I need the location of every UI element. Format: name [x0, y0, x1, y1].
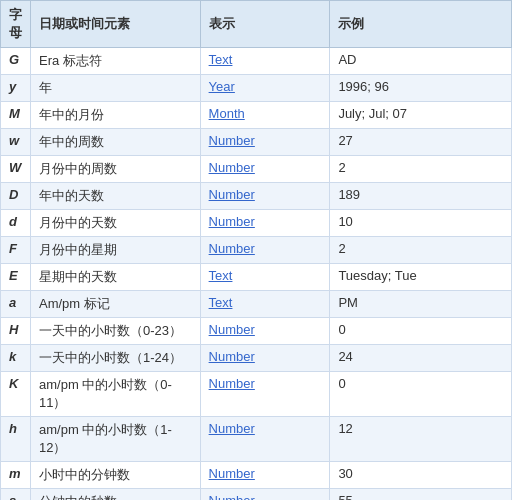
- cell-desc: 月份中的星期: [31, 237, 201, 264]
- type-link[interactable]: Year: [209, 79, 235, 94]
- cell-desc: am/pm 中的小时数（0-11）: [31, 372, 201, 417]
- cell-type[interactable]: Number: [200, 345, 330, 372]
- cell-char: D: [1, 183, 31, 210]
- cell-example: 0: [330, 372, 512, 417]
- table-row: F月份中的星期Number2: [1, 237, 512, 264]
- cell-example: PM: [330, 291, 512, 318]
- cell-desc: am/pm 中的小时数（1-12）: [31, 417, 201, 462]
- cell-type[interactable]: Number: [200, 210, 330, 237]
- cell-example: 1996; 96: [330, 75, 512, 102]
- type-link[interactable]: Text: [209, 268, 233, 283]
- cell-example: 30: [330, 462, 512, 489]
- type-link[interactable]: Number: [209, 349, 255, 364]
- cell-type[interactable]: Text: [200, 291, 330, 318]
- table-row: E星期中的天数TextTuesday; Tue: [1, 264, 512, 291]
- header-char: 字母: [1, 1, 31, 48]
- cell-example: 189: [330, 183, 512, 210]
- type-link[interactable]: Number: [209, 241, 255, 256]
- cell-char: h: [1, 417, 31, 462]
- cell-type[interactable]: Number: [200, 417, 330, 462]
- table-row: GEra 标志符TextAD: [1, 48, 512, 75]
- cell-desc: 年: [31, 75, 201, 102]
- type-link[interactable]: Number: [209, 493, 255, 500]
- type-link[interactable]: Number: [209, 376, 255, 391]
- table-row: ham/pm 中的小时数（1-12）Number12: [1, 417, 512, 462]
- cell-type[interactable]: Text: [200, 264, 330, 291]
- cell-example: July; Jul; 07: [330, 102, 512, 129]
- cell-char: M: [1, 102, 31, 129]
- table-row: aAm/pm 标记TextPM: [1, 291, 512, 318]
- table-row: H一天中的小时数（0-23）Number0: [1, 318, 512, 345]
- table-row: k一天中的小时数（1-24）Number24: [1, 345, 512, 372]
- cell-char: w: [1, 129, 31, 156]
- table-row: M年中的月份MonthJuly; Jul; 07: [1, 102, 512, 129]
- cell-char: a: [1, 291, 31, 318]
- cell-type[interactable]: Number: [200, 183, 330, 210]
- type-link[interactable]: Number: [209, 322, 255, 337]
- datetime-table: 字母 日期或时间元素 表示 示例 GEra 标志符TextADy年Year199…: [0, 0, 512, 500]
- type-link[interactable]: Number: [209, 187, 255, 202]
- cell-type[interactable]: Month: [200, 102, 330, 129]
- cell-example: 27: [330, 129, 512, 156]
- header-type: 表示: [200, 1, 330, 48]
- cell-desc: 年中的月份: [31, 102, 201, 129]
- cell-example: 2: [330, 156, 512, 183]
- type-link[interactable]: Month: [209, 106, 245, 121]
- cell-desc: 分钟中的秒数: [31, 489, 201, 501]
- type-link[interactable]: Number: [209, 421, 255, 436]
- cell-desc: Am/pm 标记: [31, 291, 201, 318]
- cell-type[interactable]: Number: [200, 237, 330, 264]
- type-link[interactable]: Number: [209, 133, 255, 148]
- type-link[interactable]: Number: [209, 214, 255, 229]
- header-desc: 日期或时间元素: [31, 1, 201, 48]
- cell-example: 24: [330, 345, 512, 372]
- cell-type[interactable]: Number: [200, 156, 330, 183]
- cell-char: W: [1, 156, 31, 183]
- type-link[interactable]: Text: [209, 295, 233, 310]
- cell-type[interactable]: Number: [200, 129, 330, 156]
- table-row: D年中的天数Number189: [1, 183, 512, 210]
- cell-desc: 小时中的分钟数: [31, 462, 201, 489]
- table-header: 字母 日期或时间元素 表示 示例: [1, 1, 512, 48]
- type-link[interactable]: Number: [209, 466, 255, 481]
- cell-example: Tuesday; Tue: [330, 264, 512, 291]
- cell-desc: Era 标志符: [31, 48, 201, 75]
- cell-type[interactable]: Number: [200, 489, 330, 501]
- table-row: m小时中的分钟数Number30: [1, 462, 512, 489]
- cell-desc: 年中的周数: [31, 129, 201, 156]
- cell-example: 2: [330, 237, 512, 264]
- cell-desc: 星期中的天数: [31, 264, 201, 291]
- cell-char: y: [1, 75, 31, 102]
- cell-char: G: [1, 48, 31, 75]
- cell-char: H: [1, 318, 31, 345]
- table-row: W月份中的周数Number2: [1, 156, 512, 183]
- cell-char: m: [1, 462, 31, 489]
- table-row: s分钟中的秒数Number55: [1, 489, 512, 501]
- type-link[interactable]: Number: [209, 160, 255, 175]
- cell-type[interactable]: Number: [200, 318, 330, 345]
- cell-desc: 月份中的天数: [31, 210, 201, 237]
- cell-char: E: [1, 264, 31, 291]
- cell-type[interactable]: Year: [200, 75, 330, 102]
- cell-type[interactable]: Text: [200, 48, 330, 75]
- cell-char: k: [1, 345, 31, 372]
- cell-char: K: [1, 372, 31, 417]
- cell-type[interactable]: Number: [200, 462, 330, 489]
- table-body: GEra 标志符TextADy年Year1996; 96M年中的月份MonthJ…: [1, 48, 512, 501]
- cell-example: 0: [330, 318, 512, 345]
- cell-desc: 月份中的周数: [31, 156, 201, 183]
- table-row: Kam/pm 中的小时数（0-11）Number0: [1, 372, 512, 417]
- type-link[interactable]: Text: [209, 52, 233, 67]
- header-example: 示例: [330, 1, 512, 48]
- cell-char: F: [1, 237, 31, 264]
- cell-example: AD: [330, 48, 512, 75]
- cell-example: 55: [330, 489, 512, 501]
- cell-example: 10: [330, 210, 512, 237]
- table-row: w年中的周数Number27: [1, 129, 512, 156]
- cell-desc: 年中的天数: [31, 183, 201, 210]
- table-row: d月份中的天数Number10: [1, 210, 512, 237]
- cell-type[interactable]: Number: [200, 372, 330, 417]
- cell-desc: 一天中的小时数（0-23）: [31, 318, 201, 345]
- cell-char: d: [1, 210, 31, 237]
- table-row: y年Year1996; 96: [1, 75, 512, 102]
